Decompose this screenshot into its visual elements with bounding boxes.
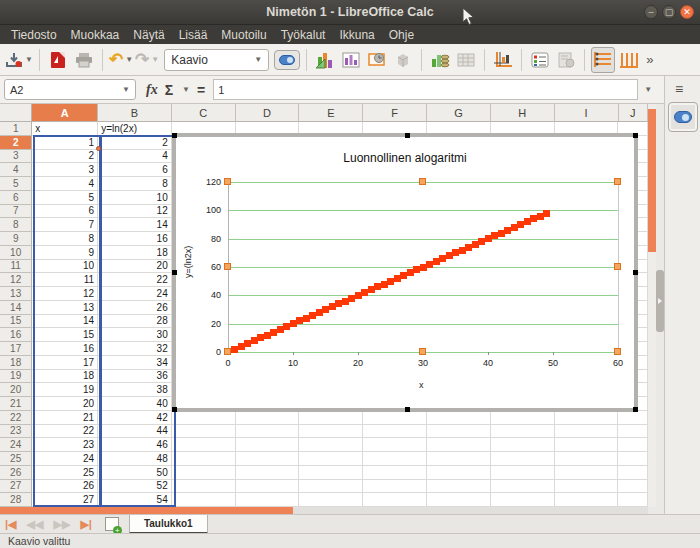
column-header-i[interactable]: I	[555, 104, 619, 122]
cell-f28[interactable]	[363, 493, 427, 507]
add-sheet-button[interactable]	[105, 517, 119, 531]
plot-selection-handle[interactable]	[419, 178, 426, 185]
cell-j23[interactable]	[618, 425, 648, 439]
row-header-4[interactable]: 4	[0, 163, 32, 177]
cell-f23[interactable]	[363, 425, 427, 439]
first-sheet-button[interactable]: |◀	[0, 518, 22, 531]
cell-a18[interactable]: 17	[32, 356, 98, 370]
redo-dropdown-caret[interactable]: ▼	[151, 55, 159, 64]
save-dropdown-caret[interactable]: ▼	[25, 55, 33, 64]
undo-dropdown-caret[interactable]: ▼	[125, 55, 133, 64]
cell-a23[interactable]: 22	[32, 425, 98, 439]
row-header-6[interactable]: 6	[0, 191, 32, 205]
cell-a24[interactable]: 23	[32, 438, 98, 452]
cell-j22[interactable]	[618, 411, 648, 425]
row-header-28[interactable]: 28	[0, 493, 32, 507]
row-header-25[interactable]: 25	[0, 452, 32, 466]
row-header-8[interactable]: 8	[0, 218, 32, 232]
cell-a26[interactable]: 25	[32, 466, 98, 480]
menu-item-ikkuna[interactable]: Ikkuna	[332, 27, 381, 43]
cell-b26[interactable]: 50	[98, 466, 172, 480]
cell-b15[interactable]: 28	[98, 315, 172, 329]
cell-h26[interactable]	[491, 466, 555, 480]
row-header-2[interactable]: 2	[0, 136, 32, 150]
cell-i22[interactable]	[555, 411, 619, 425]
print-button[interactable]	[72, 47, 96, 73]
cell-e24[interactable]	[299, 438, 363, 452]
column-header-f[interactable]: F	[363, 104, 427, 122]
horizontal-scrollbar-thumb[interactable]	[0, 507, 293, 514]
cell-c26[interactable]	[172, 466, 236, 480]
cell-b20[interactable]: 38	[98, 383, 172, 397]
cell-h25[interactable]	[491, 452, 555, 466]
cell-b12[interactable]: 22	[98, 273, 172, 287]
sum-button[interactable]: Σ	[165, 82, 173, 98]
maximize-button[interactable]: ▢	[662, 5, 676, 19]
cell-f22[interactable]	[363, 411, 427, 425]
cell-d24[interactable]	[236, 438, 300, 452]
sum-caret-icon[interactable]: ▼	[182, 85, 190, 94]
cell-a21[interactable]: 20	[32, 397, 98, 411]
cell-f24[interactable]	[363, 438, 427, 452]
save-button[interactable]: ▼	[5, 47, 33, 73]
cell-b10[interactable]: 18	[98, 246, 172, 260]
data-point[interactable]	[543, 210, 550, 217]
name-box[interactable]: A2 ▼	[4, 79, 136, 100]
column-header-g[interactable]: G	[427, 104, 491, 122]
cell-e27[interactable]	[299, 480, 363, 494]
cell-i28[interactable]	[555, 493, 619, 507]
cell-b11[interactable]: 20	[98, 260, 172, 274]
plot-selection-handle[interactable]	[419, 348, 426, 355]
cell-b17[interactable]: 32	[98, 342, 172, 356]
redo-button[interactable]: ↷ ▼	[135, 47, 159, 73]
grid-table-button[interactable]	[454, 47, 478, 73]
cell-j26[interactable]	[618, 466, 648, 480]
last-sheet-button[interactable]: ▶|	[75, 518, 97, 531]
cell-d25[interactable]	[236, 452, 300, 466]
cell-h27[interactable]	[491, 480, 555, 494]
cell-a20[interactable]: 19	[32, 383, 98, 397]
row-header-7[interactable]: 7	[0, 205, 32, 219]
horizontal-grids-button[interactable]	[591, 47, 615, 73]
cell-e23[interactable]	[299, 425, 363, 439]
sheet-tab[interactable]: Taulukko1	[129, 515, 208, 534]
formula-input[interactable]: 1	[213, 79, 638, 100]
cell-b18[interactable]: 34	[98, 356, 172, 370]
menu-item-lisää[interactable]: Lisää	[172, 27, 215, 43]
cell-b1[interactable]: y=ln(2x)	[98, 122, 172, 136]
menu-item-muotoilu[interactable]: Muotoilu	[214, 27, 273, 43]
cell-d22[interactable]	[236, 411, 300, 425]
chart-selection-handle[interactable]	[405, 133, 410, 138]
cell-h28[interactable]	[491, 493, 555, 507]
row-header-12[interactable]: 12	[0, 273, 32, 287]
column-header-a[interactable]: A	[32, 104, 98, 122]
cell-g24[interactable]	[427, 438, 491, 452]
row-header-10[interactable]: 10	[0, 246, 32, 260]
menu-item-muokkaa[interactable]: Muokkaa	[64, 27, 127, 43]
cell-c28[interactable]	[172, 493, 236, 507]
function-wizard-button[interactable]: fx	[146, 82, 158, 98]
cell-b21[interactable]: 40	[98, 397, 172, 411]
insert-titles-button[interactable]	[365, 47, 389, 73]
row-header-9[interactable]: 9	[0, 232, 32, 246]
row-header-21[interactable]: 21	[0, 397, 32, 411]
minimize-button[interactable]: –	[644, 5, 658, 19]
axes-button[interactable]	[491, 47, 515, 73]
cell-d26[interactable]	[236, 466, 300, 480]
3d-view-button[interactable]	[391, 47, 415, 73]
export-pdf-button[interactable]	[46, 47, 70, 73]
row-header-26[interactable]: 26	[0, 466, 32, 480]
cell-g23[interactable]	[427, 425, 491, 439]
cell-b19[interactable]: 36	[98, 370, 172, 384]
row-header-16[interactable]: 16	[0, 328, 32, 342]
column-header-h[interactable]: H	[491, 104, 555, 122]
cell-f27[interactable]	[363, 480, 427, 494]
cell-e28[interactable]	[299, 493, 363, 507]
plot-selection-handle[interactable]	[614, 178, 621, 185]
column-header-j[interactable]: J	[619, 104, 648, 122]
chart-selection-handle[interactable]	[172, 270, 177, 275]
chart-selection-handle[interactable]	[405, 407, 410, 412]
cell-h22[interactable]	[491, 411, 555, 425]
cell-a9[interactable]: 8	[32, 232, 98, 246]
cell-b8[interactable]: 14	[98, 218, 172, 232]
